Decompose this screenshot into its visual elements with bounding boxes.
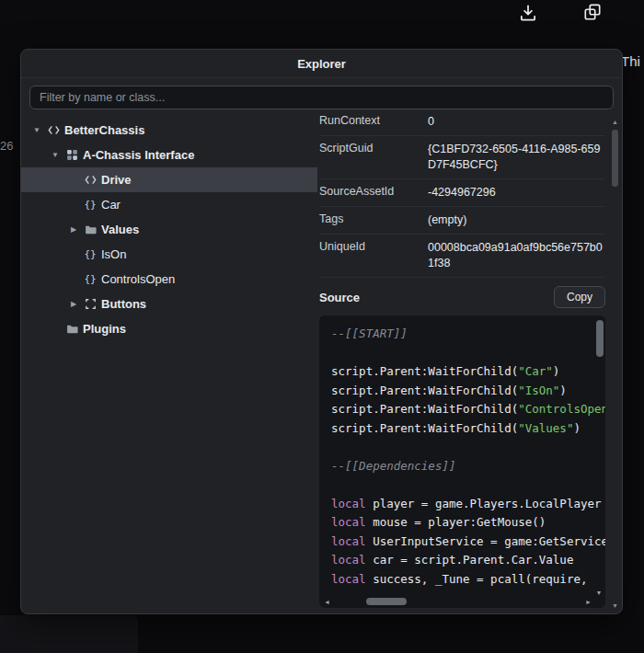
property-name: ScriptGuid [319, 142, 428, 173]
code-token-string: "Car" [518, 364, 553, 378]
grid-icon [63, 149, 80, 161]
source-code: --[[START]] script.Parent:WaitForChild("… [319, 315, 605, 608]
code-token-plain: success, _Tune = pcall(require, [366, 572, 588, 586]
code-token-string: "Values" [518, 421, 573, 435]
filter-row [21, 78, 622, 116]
chevron-right-icon[interactable]: ► [585, 599, 592, 605]
panel-scroll-thumb[interactable] [612, 130, 618, 187]
tree-item-label: Buttons [101, 297, 146, 311]
chevron-right-icon[interactable]: ▶ [65, 225, 82, 234]
code-token-plain: script.Parent:WaitForChild( [331, 384, 518, 397]
property-value: {C1BFD732-6505-4116-A985-659D7F45BCFC} [428, 142, 605, 173]
tree-item-values[interactable]: ▶Values [21, 217, 317, 242]
code-line: script.Parent:WaitForChild("ControlsOpen… [331, 400, 592, 419]
code-token-plain: script.Parent:WaitForChild( [331, 364, 518, 378]
code-line: local UserInputService = game:GetService [331, 533, 592, 552]
frame-icon [82, 298, 98, 310]
panel-title: Explorer [297, 57, 346, 71]
code-token-keyword: local [331, 497, 366, 510]
source-heading: Source [319, 291, 360, 304]
code-token-string: "IsOn" [518, 384, 559, 397]
code-line: script.Parent:WaitForChild("Values") [331, 419, 592, 439]
property-name: UniqueId [319, 240, 428, 271]
property-name: Tags [319, 212, 428, 228]
script-icon [45, 124, 62, 136]
explorer-tree: ▼BetterChassis▼A-Chassis InterfaceDrive{… [21, 116, 317, 613]
code-vertical-scrollbar[interactable]: ▼ [594, 317, 604, 596]
copy-button[interactable]: Copy [554, 286, 605, 308]
property-row-uniqueid: UniqueId00008bca09a91a0af9bc56e757b01f38 [319, 235, 605, 278]
panel-header: Explorer [21, 50, 622, 78]
tree-item-drive[interactable]: Drive [21, 167, 317, 192]
code-line: if not success then [331, 608, 592, 609]
panel-vertical-scrollbar[interactable]: ▲ ▼ [610, 116, 620, 612]
properties-list: RunContext0ScriptGuid{C1BFD732-6505-4116… [319, 116, 605, 278]
braces-icon: {} [82, 273, 98, 285]
windows-button[interactable] [582, 2, 603, 22]
code-line: --[[START]] [331, 325, 592, 344]
code-line: script.Parent:WaitForChild("IsOn") [331, 382, 592, 401]
script-icon [82, 174, 98, 186]
code-token-keyword: local [331, 515, 366, 529]
code-token-plain: car = script.Parent.Car.Value [366, 553, 574, 567]
code-line: local player = game.Players.LocalPlayer [331, 495, 592, 514]
code-vscroll-thumb[interactable] [596, 320, 604, 357]
property-name: SourceAssetId [319, 185, 428, 200]
tree-item-betterchassis[interactable]: ▼BetterChassis [21, 118, 317, 143]
property-value: -4294967296 [428, 185, 605, 200]
tree-item-buttons[interactable]: ▶Buttons [21, 292, 317, 316]
code-token-string: "ControlsOpen" [518, 402, 605, 416]
chevron-down-icon[interactable]: ▼ [47, 151, 63, 159]
tree-item-label: Car [101, 198, 121, 212]
tree-item-ison[interactable]: {}IsOn [21, 242, 317, 267]
chevron-right-icon[interactable]: ▶ [65, 300, 82, 308]
tree-item-a-chassis-interface[interactable]: ▼A-Chassis Interface [21, 143, 317, 167]
chevron-up-icon[interactable]: ▲ [610, 119, 620, 125]
tree-item-controlsopen[interactable]: {}ControlsOpen [21, 267, 317, 292]
screen: 26 Thi Explorer ▼BetterChassis▼A-Chassis… [0, 0, 644, 653]
code-hscroll-thumb[interactable] [366, 598, 407, 605]
code-token-comment: --[[START]] [331, 326, 408, 340]
folder-icon [82, 223, 98, 235]
source-code-viewer: --[[START]] script.Parent:WaitForChild("… [319, 315, 605, 608]
property-row-tags: Tags(empty) [319, 207, 605, 235]
tree-item-label: A-Chassis Interface [83, 148, 194, 162]
chevron-down-icon[interactable]: ▼ [610, 602, 620, 609]
code-line [331, 344, 592, 363]
code-token-keyword: local [331, 553, 366, 567]
filter-input[interactable] [29, 86, 614, 109]
property-value: (empty) [428, 212, 605, 228]
code-token-plain: player = game.Players.LocalPlayer [366, 497, 602, 510]
tree-item-car[interactable]: {}Car [21, 192, 317, 217]
chevron-down-icon[interactable]: ▼ [29, 126, 45, 134]
chevron-down-icon[interactable]: ▼ [594, 590, 604, 596]
code-token-keyword: local [331, 572, 366, 586]
property-name: RunContext [319, 116, 428, 130]
background-text-left: 26 [0, 139, 13, 153]
folder-icon [63, 323, 80, 335]
tree-item-label: BetterChassis [64, 123, 144, 137]
code-token-plain: UserInputService = game:GetService [366, 534, 605, 548]
tree-item-label: Plugins [83, 322, 126, 336]
tree-item-plugins[interactable]: Plugins [21, 316, 317, 341]
code-line [331, 438, 592, 457]
chevron-left-icon[interactable]: ◄ [324, 599, 330, 605]
code-line: script.Parent:WaitForChild("Car") [331, 362, 592, 382]
panel-body: ▼BetterChassis▼A-Chassis InterfaceDrive{… [21, 116, 622, 613]
background-text-right: Thi [621, 53, 644, 69]
source-section-header: Source Copy [319, 278, 605, 315]
code-line [331, 475, 592, 495]
property-row-scriptguid: ScriptGuid{C1BFD732-6505-4116-A985-659D7… [319, 136, 605, 179]
code-horizontal-scrollbar[interactable]: ◄ ► [324, 597, 592, 606]
code-token-plain: mouse = player:GetMouse() [366, 515, 546, 529]
code-token-plain: ) [553, 364, 560, 378]
code-token-plain: script.Parent:WaitForChild( [331, 402, 518, 416]
property-value: 0 [428, 116, 605, 130]
code-token-plain: script.Parent:WaitForChild( [331, 421, 518, 435]
code-token-comment: --[[Dependencies]] [331, 459, 455, 473]
tree-item-label: Values [101, 223, 139, 236]
download-button[interactable] [518, 3, 538, 23]
braces-icon: {} [82, 248, 98, 260]
code-token-plain: ) [559, 384, 567, 397]
download-icon [518, 12, 538, 26]
